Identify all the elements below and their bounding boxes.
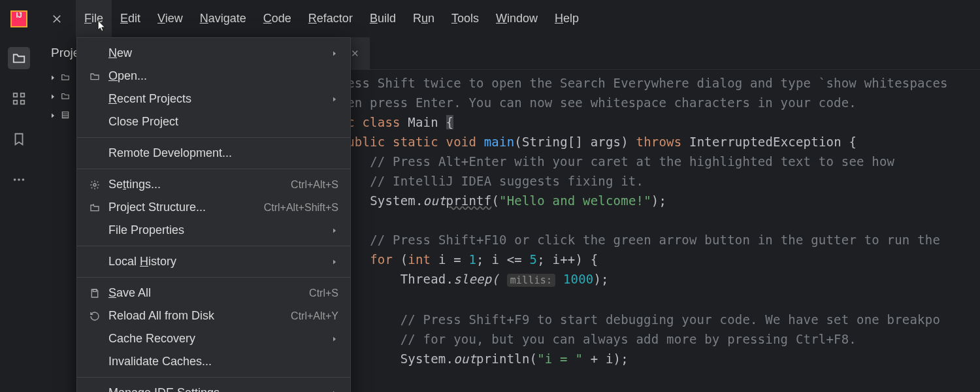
menu-window[interactable]: Window bbox=[487, 0, 546, 37]
menu-separator bbox=[77, 377, 350, 378]
file-menu-invalidate-caches[interactable]: Invalidate Caches... bbox=[77, 350, 350, 373]
code-editor[interactable]: // Press Shift twice to open the Search … bbox=[289, 70, 980, 368]
svg-point-4 bbox=[14, 178, 16, 181]
close-icon[interactable] bbox=[38, 13, 76, 25]
file-menu-save-all[interactable]: Save All Ctrl+S bbox=[77, 282, 350, 304]
menu-edit[interactable]: Edit bbox=[112, 0, 149, 37]
svg-rect-7 bbox=[62, 112, 68, 118]
editor-tabs: ain.java ✕ bbox=[289, 37, 980, 70]
tab-close-icon[interactable]: ✕ bbox=[351, 48, 359, 59]
chevron-right-icon bbox=[49, 71, 57, 85]
chevron-right-icon bbox=[331, 258, 338, 266]
file-menu-popup: New Open... Recent Projects Close Projec… bbox=[76, 37, 351, 392]
folder-open-icon bbox=[89, 71, 101, 82]
menu-separator bbox=[77, 137, 350, 138]
svg-point-6 bbox=[22, 178, 25, 181]
folder-icon bbox=[61, 90, 70, 104]
shortcut: Ctrl+S bbox=[309, 287, 338, 299]
file-menu-settings[interactable]: Settings... Ctrl+Alt+S bbox=[77, 173, 350, 196]
file-menu-recent[interactable]: Recent Projects bbox=[77, 88, 350, 110]
structure-icon bbox=[89, 203, 101, 213]
svg-rect-9 bbox=[93, 289, 96, 291]
mouse-cursor-icon bbox=[96, 20, 108, 35]
chevron-right-icon bbox=[49, 109, 57, 123]
chevron-right-icon bbox=[331, 389, 338, 393]
svg-rect-3 bbox=[21, 101, 25, 105]
save-icon bbox=[89, 288, 101, 299]
menu-view[interactable]: View bbox=[149, 0, 191, 37]
file-menu-project-structure[interactable]: Project Structure... Ctrl+Alt+Shift+S bbox=[77, 196, 350, 219]
bookmarks-tool-icon[interactable] bbox=[8, 128, 30, 150]
folder-icon bbox=[61, 71, 70, 85]
chevron-right-icon bbox=[331, 335, 338, 343]
shortcut: Ctrl+Alt+Y bbox=[291, 310, 338, 322]
project-tool-icon[interactable] bbox=[8, 47, 30, 69]
gear-icon bbox=[89, 180, 101, 190]
svg-rect-2 bbox=[14, 101, 18, 105]
svg-rect-0 bbox=[14, 93, 18, 97]
file-icon bbox=[61, 109, 70, 123]
shortcut: Ctrl+Alt+S bbox=[291, 179, 338, 191]
menu-build[interactable]: Build bbox=[361, 0, 404, 37]
svg-point-5 bbox=[18, 178, 20, 181]
menu-navigate[interactable]: Navigate bbox=[191, 0, 255, 37]
chevron-right-icon bbox=[49, 90, 57, 104]
chevron-right-icon bbox=[331, 95, 338, 103]
structure-tool-icon[interactable] bbox=[8, 88, 30, 110]
menu-refactor[interactable]: Refactor bbox=[300, 0, 361, 37]
file-menu-open[interactable]: Open... bbox=[77, 65, 350, 88]
menu-tools[interactable]: Tools bbox=[443, 0, 487, 37]
menu-separator bbox=[77, 277, 350, 278]
app-icon-container: IJ bbox=[0, 10, 38, 27]
menu-code[interactable]: Code bbox=[255, 0, 300, 37]
menu-separator bbox=[77, 246, 350, 246]
more-tool-icon[interactable] bbox=[8, 169, 30, 191]
file-menu-cache-recovery[interactable]: Cache Recovery bbox=[77, 327, 350, 350]
svg-rect-1 bbox=[21, 93, 25, 97]
file-menu-remote-dev[interactable]: Remote Development... bbox=[77, 142, 350, 165]
chevron-right-icon bbox=[331, 50, 338, 57]
file-menu-local-history[interactable]: Local History bbox=[77, 250, 350, 273]
file-menu-new[interactable]: New bbox=[77, 42, 350, 65]
intellij-logo-icon: IJ bbox=[10, 10, 27, 27]
file-menu-close-project[interactable]: Close Project bbox=[77, 110, 350, 133]
menu-run[interactable]: Run bbox=[404, 0, 443, 37]
svg-point-8 bbox=[93, 184, 96, 186]
menu-separator bbox=[77, 169, 350, 169]
chevron-right-icon bbox=[331, 227, 338, 235]
menu-help[interactable]: Help bbox=[546, 0, 587, 37]
file-menu-manage-ide-settings[interactable]: Manage IDE Settings bbox=[77, 382, 350, 392]
file-menu-file-properties[interactable]: File Properties bbox=[77, 219, 350, 242]
left-tool-rail bbox=[0, 37, 38, 392]
shortcut: Ctrl+Alt+Shift+S bbox=[264, 202, 338, 214]
file-menu-reload-disk[interactable]: Reload All from Disk Ctrl+Alt+Y bbox=[77, 304, 350, 327]
reload-icon bbox=[89, 311, 101, 321]
